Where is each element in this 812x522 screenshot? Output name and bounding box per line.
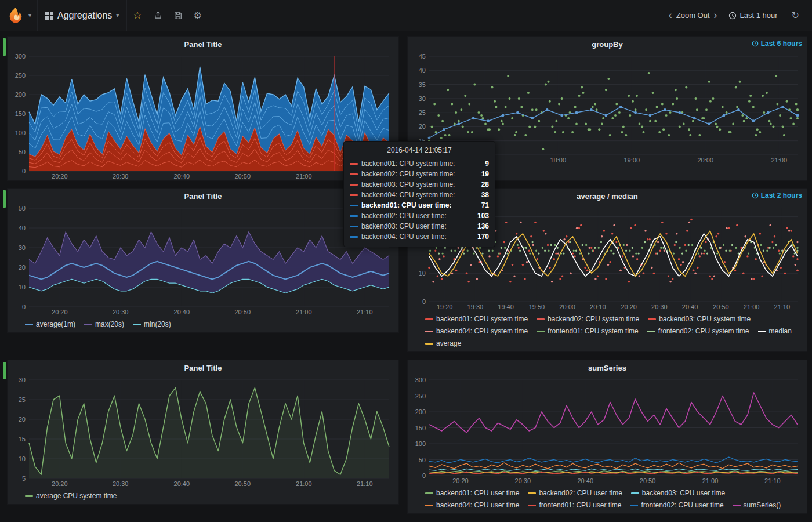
chart[interactable]: 20:2020:3020:4020:5021:0021:100501001502… [410, 375, 804, 485]
caret-down-icon: ▾ [116, 12, 119, 19]
legend-item[interactable]: frontend01: CPU system time [536, 327, 639, 336]
legend-item[interactable]: backend01: CPU user time [425, 488, 519, 498]
svg-text:25: 25 [419, 109, 426, 116]
legend-item[interactable]: frontend01: CPU user time [528, 501, 621, 510]
svg-text:45: 45 [419, 53, 426, 60]
svg-text:21:10: 21:10 [774, 303, 791, 310]
legend-item[interactable]: sumSeries() [733, 501, 781, 510]
svg-text:20:30: 20:30 [113, 173, 129, 180]
legend-item[interactable]: average [425, 339, 461, 349]
share-icon [154, 11, 162, 20]
legend-item[interactable]: backend03: CPU user time [631, 488, 725, 498]
zoom-out-button[interactable]: Zoom Out [675, 11, 711, 20]
svg-text:250: 250 [15, 72, 26, 79]
panel-avg-min-max: Panel Title 20:2020:3020:4020:5021:0021:… [7, 188, 399, 333]
time-range-badge[interactable]: Last 2 hours [752, 191, 802, 200]
tooltip-row: backend01: CPU system time:9 [350, 158, 489, 169]
chart[interactable]: 20:2020:3020:4020:5021:0021:100102030405… [10, 204, 396, 316]
dashboard-picker[interactable]: Aggregations ▾ [38, 0, 127, 31]
legend-item[interactable]: frontend02: CPU user time [630, 501, 723, 510]
svg-text:21:10: 21:10 [357, 309, 373, 316]
navbar: ▾ Aggregations ▾ ☆ ⚙ ‹ Zoom Out › [0, 0, 812, 31]
svg-text:21:00: 21:00 [771, 157, 787, 164]
svg-text:21:00: 21:00 [702, 477, 719, 484]
svg-text:20:40: 20:40 [577, 477, 593, 484]
svg-text:35: 35 [419, 81, 426, 88]
svg-text:10: 10 [19, 284, 26, 291]
svg-text:20:40: 20:40 [682, 303, 698, 310]
svg-text:40: 40 [19, 224, 26, 231]
svg-text:200: 200 [415, 408, 426, 415]
refresh-icon: ↻ [792, 10, 799, 20]
legend-item[interactable]: backend04: CPU user time [425, 501, 519, 510]
settings-button[interactable]: ⚙ [188, 0, 208, 31]
legend-item[interactable]: frontend02: CPU system time [647, 327, 749, 336]
svg-text:21:00: 21:00 [296, 173, 312, 180]
svg-text:21:10: 21:10 [357, 480, 373, 487]
pan-left-chevron-icon[interactable]: ‹ [666, 9, 675, 21]
svg-text:21:00: 21:00 [296, 309, 312, 316]
legend-item[interactable]: median [758, 327, 792, 336]
panel-title[interactable]: Panel Title [184, 40, 222, 49]
svg-text:30: 30 [19, 376, 26, 383]
gear-icon: ⚙ [194, 10, 202, 20]
row-toggle[interactable] [3, 190, 6, 208]
legend-item[interactable]: min(20s) [133, 320, 171, 329]
pan-right-chevron-icon[interactable]: › [711, 9, 720, 21]
chart[interactable]: 20:2020:3020:4020:5021:0021:100501001502… [10, 52, 396, 180]
legend-item[interactable]: max(20s) [84, 320, 124, 329]
tooltip-row: backend01: CPU user time:71 [350, 200, 489, 211]
svg-text:20:50: 20:50 [713, 303, 729, 310]
panel-title[interactable]: Panel Title [184, 192, 222, 201]
legend-item[interactable]: average CPU system time [25, 491, 117, 501]
tooltip-row: backend04: CPU user time:170 [350, 231, 489, 242]
time-range-label: Last 1 hour [740, 11, 778, 20]
star-button[interactable]: ☆ [127, 0, 147, 31]
dashboard-title: Aggregations [57, 10, 112, 21]
time-range-picker[interactable]: Last 1 hour [720, 11, 786, 20]
svg-text:20:50: 20:50 [234, 309, 251, 316]
share-button[interactable] [148, 0, 168, 31]
legend-item[interactable]: average(1m) [25, 320, 75, 329]
star-icon: ☆ [133, 10, 142, 21]
svg-text:20: 20 [19, 416, 26, 423]
save-button[interactable] [168, 0, 188, 31]
svg-text:20:30: 20:30 [113, 309, 129, 316]
legend: backend01: CPU system timebackend02: CPU… [408, 311, 807, 351]
time-range-badge-label: Last 2 hours [761, 191, 802, 200]
panel-header: groupBy Last 6 hours [408, 37, 807, 52]
legend: average(1m)max(20s)min(20s) [8, 316, 398, 332]
time-range-badge[interactable]: Last 6 hours [752, 39, 802, 48]
clock-icon [752, 192, 759, 199]
svg-text:20:50: 20:50 [234, 173, 251, 180]
svg-text:19:30: 19:30 [467, 303, 484, 310]
panel-title[interactable]: groupBy [592, 40, 622, 49]
legend-item[interactable]: backend04: CPU system time [425, 327, 528, 336]
legend-item[interactable]: backend02: CPU system time [536, 314, 639, 324]
navbar-right: ‹ Zoom Out › Last 1 hour ↻ [666, 0, 812, 31]
legend-item[interactable]: backend01: CPU system time [425, 314, 528, 324]
svg-text:0: 0 [22, 168, 26, 175]
svg-text:25: 25 [19, 396, 26, 403]
svg-text:20:30: 20:30 [515, 477, 531, 484]
panel-title[interactable]: sumSeries [588, 364, 626, 372]
row-toggle[interactable] [3, 38, 6, 56]
row-toggle[interactable] [3, 362, 6, 379]
grafana-logo[interactable]: ▾ [0, 0, 38, 31]
refresh-button[interactable]: ↻ [786, 0, 807, 31]
legend-item[interactable]: backend03: CPU system time [648, 314, 751, 324]
svg-text:300: 300 [15, 53, 26, 60]
panel-cpu-stacked: Panel Title 20:2020:3020:4020:5021:0021:… [7, 36, 399, 181]
svg-text:20:50: 20:50 [234, 480, 251, 487]
svg-text:19:40: 19:40 [498, 303, 514, 310]
svg-text:19:20: 19:20 [437, 303, 453, 310]
panel-sumseries: sumSeries 20:2020:3020:4020:5021:0021:10… [407, 360, 807, 514]
svg-text:21:00: 21:00 [296, 480, 312, 487]
chart[interactable]: 20:2020:3020:4020:5021:0021:105101520253… [10, 375, 396, 488]
svg-text:20:10: 20:10 [590, 303, 606, 310]
svg-text:20:20: 20:20 [52, 480, 68, 487]
panel-title[interactable]: Panel Title [184, 364, 222, 372]
panel-title[interactable]: average / median [577, 192, 638, 201]
legend-item[interactable]: backend02: CPU user time [528, 488, 622, 498]
svg-text:20:40: 20:40 [174, 309, 190, 316]
